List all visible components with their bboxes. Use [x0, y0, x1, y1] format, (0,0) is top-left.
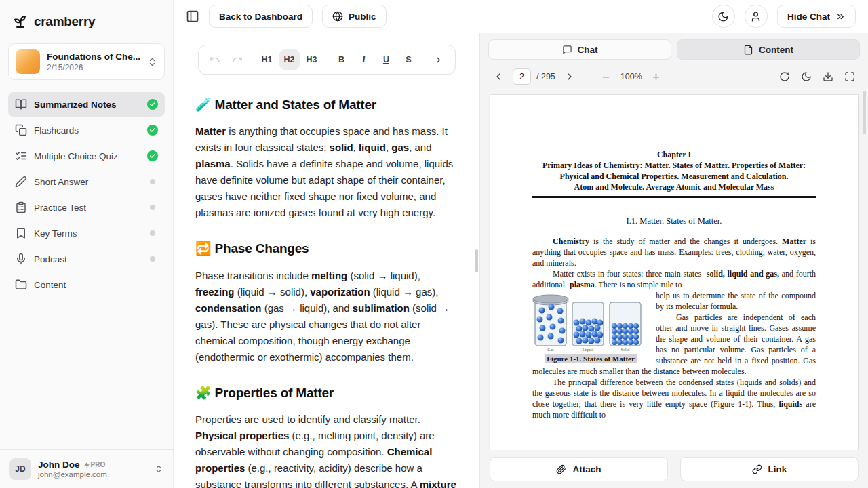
- redo-button[interactable]: [227, 49, 248, 70]
- course-date: 2/15/2026: [47, 63, 140, 73]
- pending-badge: [150, 230, 155, 236]
- hide-chat-button[interactable]: Hide Chat: [777, 5, 856, 28]
- clipboard-icon: [15, 201, 27, 214]
- note-heading: 🔁 Phase Changes: [195, 239, 458, 259]
- account-button[interactable]: [745, 5, 768, 28]
- course-selector[interactable]: Foundations of Che... 2/15/2026: [8, 43, 165, 80]
- notes-content[interactable]: 🧪 Matter and States of Matter Matter is …: [174, 75, 479, 488]
- course-name: Foundations of Che...: [47, 52, 140, 62]
- document-icon: [743, 45, 753, 55]
- sidebar-toggle-button[interactable]: [186, 9, 199, 23]
- sidebar-item-summarized-notes[interactable]: Summarized Notes: [8, 92, 165, 117]
- sidebar-item-short-answer[interactable]: Short Answer: [8, 169, 165, 194]
- figure-label-gas: Gas: [547, 348, 554, 352]
- book-open-icon: [15, 98, 27, 110]
- pdf-toolbar: / 295 100%: [480, 62, 868, 89]
- download-icon[interactable]: [819, 68, 837, 85]
- globe-icon: [332, 11, 343, 22]
- tab-content[interactable]: Content: [677, 39, 860, 60]
- pdf-page-area: Chapter I Primary Ideas of Chemistry: Ma…: [480, 89, 868, 450]
- link-icon: [752, 464, 762, 474]
- previous-page-button[interactable]: [490, 68, 507, 85]
- pdf-chapter-title: Chapter I: [532, 149, 816, 160]
- figure-caption: Figure 1-1. States of Matter: [545, 354, 637, 363]
- pdf-paragraph: The principal difference between the con…: [532, 377, 816, 420]
- app: cramberry Foundations of Che... 2/15/202…: [0, 0, 868, 488]
- sidebar-item-podcast[interactable]: Podcast: [8, 247, 165, 271]
- strikethrough-button[interactable]: S: [399, 49, 419, 70]
- pdf-scrollbar[interactable]: [863, 91, 866, 134]
- pending-badge: [150, 179, 155, 184]
- dark-mode-button[interactable]: [712, 5, 735, 28]
- viewer-footer: Attach Link: [480, 450, 868, 488]
- pro-badge: PRO: [83, 461, 106, 468]
- sidebar-item-multiple-choice-quiz[interactable]: Multiple Choice Quiz: [8, 144, 165, 168]
- paperclip-icon: [556, 464, 566, 474]
- sidebar-item-label: Short Answer: [34, 177, 143, 187]
- bookmark-icon: [15, 227, 27, 239]
- microphone-icon: [15, 253, 27, 265]
- pending-badge: [150, 256, 155, 262]
- chevron-up-down-icon: [154, 464, 163, 474]
- user-icon: [750, 11, 762, 22]
- note-paragraph: Properties are used to identify and clas…: [195, 411, 458, 488]
- rotate-icon[interactable]: [776, 68, 793, 85]
- figure-label-solid: Solid: [621, 348, 630, 352]
- heading2-button[interactable]: H2: [279, 49, 300, 70]
- note-heading: 🧩 Properties of Matter: [195, 383, 458, 403]
- sidebar-item-practice-test[interactable]: Practice Test: [8, 195, 165, 220]
- states-of-matter-figure: Gas Liquid Solid Figure 1-1. States of M…: [532, 293, 649, 364]
- cramberry-logo-icon: [12, 14, 28, 30]
- pdf-paragraph: Matter exists in four states: three main…: [532, 268, 816, 290]
- public-button[interactable]: Public: [322, 5, 387, 28]
- back-to-dashboard-button[interactable]: Back to Dashboard: [209, 5, 313, 28]
- tab-chat[interactable]: Chat: [488, 39, 671, 60]
- heading3-button[interactable]: H3: [302, 49, 322, 70]
- user-menu[interactable]: JD John Doe PRO john@example.com: [0, 449, 173, 488]
- sidebar: cramberry Foundations of Che... 2/15/202…: [0, 0, 174, 488]
- fullscreen-icon[interactable]: [841, 68, 859, 85]
- sidebar-item-flashcards[interactable]: Flashcards: [8, 118, 165, 142]
- done-badge: [147, 125, 158, 136]
- moon-icon: [717, 11, 729, 22]
- chat-bubble-icon: [562, 45, 572, 55]
- page-total: / 295: [536, 72, 555, 81]
- viewer-tabs: Chat Content: [480, 33, 868, 62]
- link-button[interactable]: Link: [680, 457, 859, 481]
- note-paragraph: Matter is anything that occupies space a…: [195, 123, 458, 221]
- brand-header: cramberry: [0, 0, 173, 37]
- sidebar-item-content[interactable]: Content: [8, 272, 165, 297]
- toolbar-more-button[interactable]: [429, 49, 449, 70]
- note-paragraph: Phase transitions include melting (solid…: [195, 268, 458, 365]
- zoom-in-button[interactable]: [648, 68, 665, 85]
- sidebar-item-label: Practice Test: [34, 203, 143, 213]
- zoom-out-button[interactable]: [597, 68, 615, 85]
- undo-button[interactable]: [205, 49, 225, 70]
- sidebar-item-label: Podcast: [34, 254, 143, 264]
- page-number-input[interactable]: [513, 68, 531, 85]
- editor-scrollbar[interactable]: [475, 249, 478, 272]
- pdf-title-line: Physical and Chemical Properties. Measur…: [532, 171, 816, 182]
- done-badge: [147, 150, 158, 161]
- topbar: Back to Dashboard Public Hide Chat: [174, 0, 868, 33]
- sidebar-item-label: Key Terms: [34, 228, 143, 239]
- notes-editor-panel: H1 H2 H3 B I U S 🧪 Matter and States of …: [174, 33, 480, 488]
- done-badge: [147, 99, 158, 110]
- attach-button[interactable]: Attach: [490, 457, 668, 481]
- next-page-button[interactable]: [561, 68, 578, 85]
- viewer-dark-mode-icon[interactable]: [797, 68, 815, 85]
- underline-button[interactable]: U: [376, 49, 397, 70]
- bold-button[interactable]: B: [332, 49, 352, 70]
- zoom-level: 100%: [619, 72, 644, 81]
- list-checks-icon: [15, 150, 27, 162]
- heading1-button[interactable]: H1: [257, 49, 277, 70]
- sidebar-item-label: Multiple Choice Quiz: [34, 151, 140, 161]
- pdf-title-line: Primary Ideas of Chemistry: Matter. Stat…: [532, 160, 816, 171]
- title-divider: [532, 196, 816, 199]
- sidebar-nav: Summarized Notes Flashcards Multiple Cho…: [0, 83, 173, 449]
- italic-button[interactable]: I: [354, 49, 374, 70]
- sidebar-item-key-terms[interactable]: Key Terms: [8, 221, 165, 245]
- user-avatar: JD: [9, 458, 31, 480]
- sidebar-item-label: Flashcards: [34, 125, 140, 136]
- pdf-paragraph: Chemistry is the study of matter and the…: [532, 236, 816, 268]
